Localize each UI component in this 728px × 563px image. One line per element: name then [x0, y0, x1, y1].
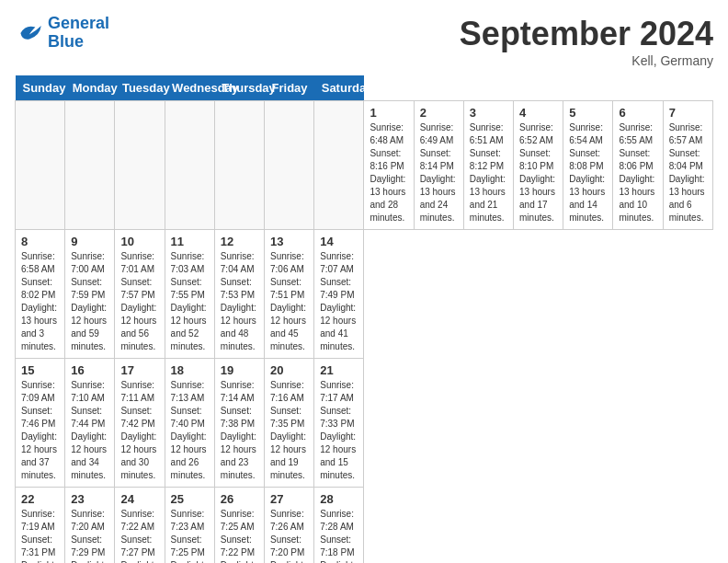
col-friday: Friday [265, 75, 314, 101]
day-info: Sunrise: 7:09 AM Sunset: 7:46 PM Dayligh… [21, 379, 59, 482]
table-row [214, 101, 264, 230]
table-row: 1Sunrise: 6:48 AM Sunset: 8:16 PM Daylig… [364, 101, 414, 230]
logo: General Blue [15, 15, 109, 52]
table-row: 3Sunrise: 6:51 AM Sunset: 8:12 PM Daylig… [463, 101, 513, 230]
day-number: 13 [270, 235, 308, 248]
table-row [265, 101, 314, 230]
day-number: 2 [420, 106, 458, 120]
calendar-week: 15Sunrise: 7:09 AM Sunset: 7:46 PM Dayli… [16, 359, 713, 488]
day-number: 1 [370, 106, 407, 120]
table-row [115, 101, 165, 230]
table-row: 7Sunrise: 6:57 AM Sunset: 8:04 PM Daylig… [663, 101, 712, 230]
col-wednesday: Wednesday [165, 75, 214, 101]
day-info: Sunrise: 6:58 AM Sunset: 8:02 PM Dayligh… [21, 250, 59, 353]
day-info: Sunrise: 7:25 AM Sunset: 7:22 PM Dayligh… [221, 508, 258, 563]
calendar-subtitle: Kell, Germany [460, 53, 713, 68]
day-info: Sunrise: 7:07 AM Sunset: 7:49 PM Dayligh… [320, 250, 358, 353]
table-row [16, 101, 65, 230]
day-info: Sunrise: 6:57 AM Sunset: 8:04 PM Dayligh… [669, 121, 707, 224]
table-row: 11Sunrise: 7:03 AM Sunset: 7:55 PM Dayli… [165, 230, 214, 359]
table-row: 8Sunrise: 6:58 AM Sunset: 8:02 PM Daylig… [16, 230, 65, 359]
logo-text: General Blue [48, 15, 109, 52]
day-number: 5 [569, 106, 607, 120]
col-thursday: Thursday [214, 75, 264, 101]
col-saturday: Saturday [314, 75, 364, 101]
table-row: 24Sunrise: 7:22 AM Sunset: 7:27 PM Dayli… [115, 488, 165, 564]
day-info: Sunrise: 7:03 AM Sunset: 7:55 PM Dayligh… [171, 250, 209, 353]
table-row: 5Sunrise: 6:54 AM Sunset: 8:08 PM Daylig… [563, 101, 613, 230]
table-row [65, 101, 115, 230]
day-info: Sunrise: 7:16 AM Sunset: 7:35 PM Dayligh… [270, 379, 308, 482]
day-number: 8 [21, 235, 59, 248]
day-number: 11 [171, 235, 209, 248]
day-number: 10 [120, 235, 158, 248]
day-number: 16 [71, 363, 108, 377]
day-number: 27 [270, 492, 308, 506]
col-tuesday: Tuesday [115, 75, 165, 101]
day-info: Sunrise: 7:17 AM Sunset: 7:33 PM Dayligh… [320, 379, 358, 482]
day-info: Sunrise: 7:14 AM Sunset: 7:38 PM Dayligh… [221, 379, 258, 482]
table-row: 16Sunrise: 7:10 AM Sunset: 7:44 PM Dayli… [65, 359, 115, 488]
col-sunday: Sunday [16, 75, 65, 101]
day-number: 12 [221, 235, 258, 248]
table-row: 20Sunrise: 7:16 AM Sunset: 7:35 PM Dayli… [265, 359, 314, 488]
table-row: 27Sunrise: 7:26 AM Sunset: 7:20 PM Dayli… [265, 488, 314, 564]
table-row: 25Sunrise: 7:23 AM Sunset: 7:25 PM Dayli… [165, 488, 214, 564]
table-row: 18Sunrise: 7:13 AM Sunset: 7:40 PM Dayli… [165, 359, 214, 488]
day-info: Sunrise: 7:20 AM Sunset: 7:29 PM Dayligh… [71, 508, 108, 563]
day-number: 14 [320, 235, 358, 248]
day-info: Sunrise: 7:23 AM Sunset: 7:25 PM Dayligh… [171, 508, 209, 563]
table-row: 14Sunrise: 7:07 AM Sunset: 7:49 PM Dayli… [314, 230, 364, 359]
table-row: 2Sunrise: 6:49 AM Sunset: 8:14 PM Daylig… [414, 101, 463, 230]
day-info: Sunrise: 7:13 AM Sunset: 7:40 PM Dayligh… [171, 379, 209, 482]
day-info: Sunrise: 7:04 AM Sunset: 7:53 PM Dayligh… [221, 250, 258, 353]
day-number: 20 [270, 363, 308, 377]
day-info: Sunrise: 7:00 AM Sunset: 7:59 PM Dayligh… [71, 250, 108, 353]
table-row: 10Sunrise: 7:01 AM Sunset: 7:57 PM Dayli… [115, 230, 165, 359]
day-number: 28 [320, 492, 358, 506]
day-number: 26 [221, 492, 258, 506]
day-number: 25 [171, 492, 209, 506]
day-number: 18 [171, 363, 209, 377]
calendar-table: Sunday Monday Tuesday Wednesday Thursday… [15, 75, 713, 563]
title-block: September 2024 Kell, Germany [460, 15, 713, 68]
day-number: 22 [21, 492, 59, 506]
day-info: Sunrise: 7:26 AM Sunset: 7:20 PM Dayligh… [270, 508, 308, 563]
table-row: 4Sunrise: 6:52 AM Sunset: 8:10 PM Daylig… [514, 101, 563, 230]
table-row: 28Sunrise: 7:28 AM Sunset: 7:18 PM Dayli… [314, 488, 364, 564]
table-row: 13Sunrise: 7:06 AM Sunset: 7:51 PM Dayli… [265, 230, 314, 359]
table-row [165, 101, 214, 230]
day-info: Sunrise: 7:01 AM Sunset: 7:57 PM Dayligh… [120, 250, 158, 353]
day-number: 15 [21, 363, 59, 377]
day-info: Sunrise: 7:22 AM Sunset: 7:27 PM Dayligh… [120, 508, 158, 563]
table-row: 19Sunrise: 7:14 AM Sunset: 7:38 PM Dayli… [214, 359, 264, 488]
header-row: Sunday Monday Tuesday Wednesday Thursday… [16, 75, 713, 101]
day-number: 7 [669, 106, 707, 120]
table-row: 6Sunrise: 6:55 AM Sunset: 8:06 PM Daylig… [613, 101, 663, 230]
day-info: Sunrise: 7:19 AM Sunset: 7:31 PM Dayligh… [21, 508, 59, 563]
table-row: 23Sunrise: 7:20 AM Sunset: 7:29 PM Dayli… [65, 488, 115, 564]
day-info: Sunrise: 6:55 AM Sunset: 8:06 PM Dayligh… [619, 121, 656, 224]
page-header: General Blue September 2024 Kell, German… [15, 15, 713, 68]
day-info: Sunrise: 7:11 AM Sunset: 7:42 PM Dayligh… [120, 379, 158, 482]
table-row: 21Sunrise: 7:17 AM Sunset: 7:33 PM Dayli… [314, 359, 364, 488]
col-monday: Monday [65, 75, 115, 101]
calendar-title: September 2024 [460, 15, 713, 53]
table-row [314, 101, 364, 230]
day-info: Sunrise: 7:28 AM Sunset: 7:18 PM Dayligh… [320, 508, 358, 563]
day-info: Sunrise: 6:52 AM Sunset: 8:10 PM Dayligh… [519, 121, 557, 224]
day-info: Sunrise: 6:51 AM Sunset: 8:12 PM Dayligh… [470, 121, 507, 224]
day-info: Sunrise: 6:49 AM Sunset: 8:14 PM Dayligh… [420, 121, 458, 224]
day-info: Sunrise: 6:54 AM Sunset: 8:08 PM Dayligh… [569, 121, 607, 224]
day-number: 24 [120, 492, 158, 506]
day-number: 23 [71, 492, 108, 506]
day-number: 21 [320, 363, 358, 377]
calendar-week: 22Sunrise: 7:19 AM Sunset: 7:31 PM Dayli… [16, 488, 713, 564]
logo-icon [15, 18, 44, 48]
table-row: 12Sunrise: 7:04 AM Sunset: 7:53 PM Dayli… [214, 230, 264, 359]
calendar-week: 8Sunrise: 6:58 AM Sunset: 8:02 PM Daylig… [16, 230, 713, 359]
day-info: Sunrise: 6:48 AM Sunset: 8:16 PM Dayligh… [370, 121, 407, 224]
table-row: 9Sunrise: 7:00 AM Sunset: 7:59 PM Daylig… [65, 230, 115, 359]
table-row: 15Sunrise: 7:09 AM Sunset: 7:46 PM Dayli… [16, 359, 65, 488]
calendar-week: 1Sunrise: 6:48 AM Sunset: 8:16 PM Daylig… [16, 101, 713, 230]
